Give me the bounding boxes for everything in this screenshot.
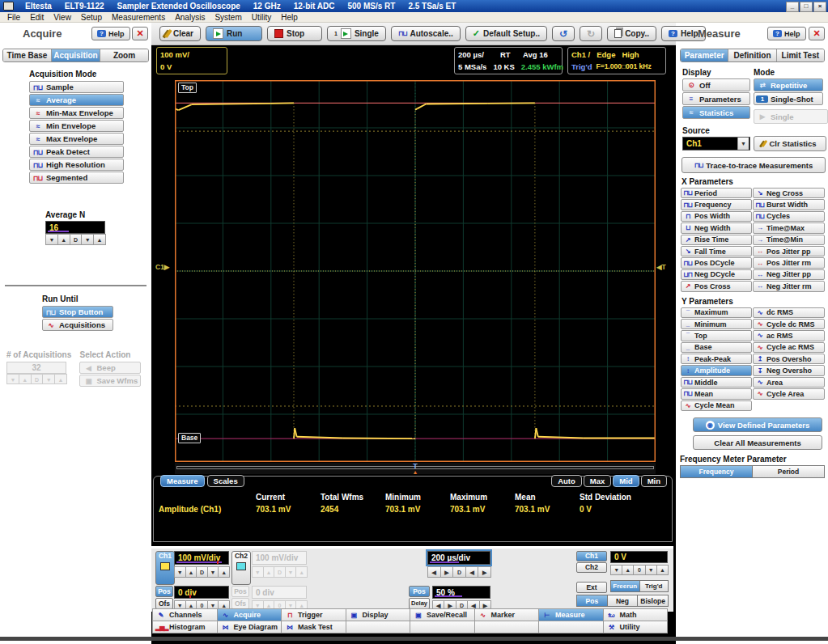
acquisition-mode-item[interactable]: ≈ Max Envelope <box>29 133 124 145</box>
display-option[interactable]: ≈ Statistics <box>682 106 750 119</box>
trigger-level-marker[interactable]: ◀T <box>656 263 666 271</box>
stop-button[interactable]: Stop <box>267 26 322 41</box>
waveform-display[interactable] <box>175 80 656 462</box>
toolbar-cell[interactable]: fω Math <box>603 608 669 621</box>
x-parameter-button[interactable]: ⊓ Pos Width <box>681 211 752 222</box>
view-defined-parameters-button[interactable]: ◉ View Defined Parameters <box>693 417 822 432</box>
acquire-tab[interactable]: Time Base <box>3 49 52 61</box>
spinner-button[interactable]: ▲ <box>218 566 230 578</box>
toolbar-cell[interactable]: ✎ Channels <box>152 608 218 621</box>
trigger-source-button[interactable]: Ch1 <box>576 551 607 561</box>
acquisition-mode-item[interactable]: ⊓⊔ Peak Detect <box>29 146 124 158</box>
toolbar-cell[interactable]: ⋈ Eye Diagram <box>217 621 282 633</box>
x-parameter-button[interactable]: ↔ Pos Jitter pp <box>753 246 825 256</box>
toolbar-cell[interactable]: ▣ Save/Recall <box>410 608 475 621</box>
y-parameter-button[interactable]: ∿ Cycle dc RMS <box>753 319 825 329</box>
close-button[interactable]: × <box>813 2 826 12</box>
x-parameter-button[interactable]: ⊓⊔ Burst Width <box>753 199 825 210</box>
ch2-enable-button[interactable]: Ch2 <box>231 551 251 585</box>
x-parameter-button[interactable]: ↗ Pos Cross <box>681 281 752 291</box>
trigger-ext-button[interactable]: Ext <box>576 582 607 593</box>
ch1-position-marker[interactable]: C1▶ <box>155 263 169 271</box>
redo-button[interactable]: ↻ <box>580 26 602 41</box>
display-option[interactable]: ≡ Parameters <box>682 92 750 105</box>
horizontal-position-strip[interactable]: T ▲ <box>175 463 656 474</box>
delay-display[interactable]: 50 % <box>432 586 490 599</box>
default-setup-button[interactable]: ✓Default Setup.. <box>465 26 547 41</box>
mode-option[interactable]: 1 Single-Shot <box>754 92 823 105</box>
y-parameter-button[interactable]: ∿ ac RMS <box>753 330 825 341</box>
x-parameter-button[interactable]: ⊓⊔ Frequency <box>681 199 752 210</box>
trigger-position-marker[interactable]: T ▲ <box>410 463 421 474</box>
x-parameter-button[interactable]: → Time@Max <box>753 222 825 233</box>
panel-size-button[interactable]: Max <box>584 475 611 487</box>
spinner-button[interactable]: ▲ <box>185 566 197 578</box>
x-parameter-button[interactable]: ↘ Neg Cross <box>753 188 825 198</box>
measure-side-tab[interactable]: Definition <box>728 49 776 61</box>
acquire-help-button[interactable]: ? Help <box>91 27 130 40</box>
spinner-button[interactable]: ▲ <box>93 234 106 245</box>
toolbar-cell[interactable] <box>474 621 540 633</box>
timebase-pos-delay-button[interactable]: PosDelay <box>409 586 430 609</box>
acquisition-mode-item[interactable]: ⊓⊔ High Resolution <box>29 159 124 171</box>
menu-item[interactable]: View <box>49 13 76 22</box>
y-parameter-button[interactable]: ⊓⊔ Mean <box>681 388 752 399</box>
timebase-scale-display[interactable]: 200 µs/div <box>427 551 490 565</box>
y-parameter-button[interactable]: ⊓⊔ Middle <box>681 377 752 388</box>
ch1-pos-ofs-button[interactable]: PosOfs <box>155 586 173 609</box>
spinner-button[interactable]: ▲ <box>622 565 634 575</box>
y-parameter-button[interactable]: ∿ Area <box>753 377 825 388</box>
x-parameter-button[interactable]: ↗ Rise Time <box>681 235 752 245</box>
spinner-button[interactable]: 0 <box>633 565 645 575</box>
spinner-button[interactable]: ▼ <box>45 234 58 245</box>
clear-button[interactable]: Clear <box>159 26 201 41</box>
acquisition-mode-item[interactable]: ≈ Average <box>29 94 124 106</box>
x-parameter-button[interactable]: ⊓⊔ Period <box>681 188 752 198</box>
trigger-source-button[interactable]: Ch2 <box>576 562 607 573</box>
acquire-tab[interactable]: Acquisition <box>52 49 100 61</box>
mode-option[interactable]: ⇄ Repetitive <box>754 78 823 91</box>
frequency-meter-button[interactable]: Frequency <box>680 465 753 478</box>
trigger-slope-button[interactable]: Pos <box>576 595 608 607</box>
measure-side-tab[interactable]: Limit Test <box>777 49 824 61</box>
display-option[interactable]: ⊙ Off <box>682 78 750 91</box>
spinner-button[interactable]: ▶ <box>440 566 454 578</box>
acquire-tab[interactable]: Zoom <box>100 49 148 61</box>
x-parameter-button[interactable]: ⊔ Neg Width <box>681 222 752 233</box>
toolbar-cell[interactable]: ⚒ Utility <box>603 621 669 633</box>
x-parameter-button[interactable]: ⊓⊔ Pos DCycle <box>681 257 752 268</box>
y-parameter-button[interactable]: _ Base <box>681 342 752 353</box>
y-parameter-button[interactable]: ∿ Cycle Area <box>753 388 825 399</box>
toolbar-cell[interactable]: ⋈ Mask Test <box>281 621 346 633</box>
toolbar-cell[interactable] <box>538 621 604 633</box>
y-parameter-button[interactable]: ¯ Top <box>681 330 752 341</box>
spinner-button[interactable]: ▼ <box>174 566 186 578</box>
x-parameter-button[interactable]: ⊓⊔ Cycles <box>753 211 825 222</box>
spinner-button[interactable]: ▲ <box>57 234 70 245</box>
spinner-button[interactable]: D <box>196 566 208 578</box>
acquisition-mode-item[interactable]: ⊓⊔ Segmented <box>29 172 124 184</box>
x-parameter-button[interactable]: ↔ Neg Jitter rm <box>753 281 825 291</box>
acquisition-mode-item[interactable]: ≈ Min-Max Envelope <box>29 107 124 119</box>
ch1-offset-display[interactable]: 0 div <box>174 586 229 599</box>
clr-statistics-button[interactable]: Clr Statistics <box>754 136 826 151</box>
panel-size-button[interactable]: Min <box>641 475 667 487</box>
y-parameter-button[interactable]: ∿ Cycle ac RMS <box>753 342 825 353</box>
copy-button[interactable]: Copy.. <box>607 26 656 41</box>
spinner-button[interactable]: ▲ <box>656 565 669 575</box>
spinner-button[interactable]: D <box>70 234 83 245</box>
toolbar-cell[interactable]: ⊢ Measure <box>538 608 604 621</box>
frequency-meter-button[interactable]: Period <box>752 465 825 478</box>
spinner-button[interactable]: ◀ <box>427 566 441 578</box>
trigger-slope-button[interactable]: Neg <box>607 595 639 607</box>
maximize-button[interactable]: □ <box>800 2 813 12</box>
measure-close-icon[interactable]: ✕ <box>809 27 825 40</box>
menu-item[interactable]: File <box>2 13 25 22</box>
panel-size-button[interactable]: Mid <box>613 475 639 487</box>
spinner-button[interactable]: D <box>452 566 466 578</box>
toolbar-cell[interactable] <box>346 621 411 633</box>
menu-item[interactable]: Help <box>276 13 303 22</box>
y-parameter-button[interactable]: ↧ Neg Oversho <box>753 365 825 375</box>
trigger-mode-button[interactable]: Freerun <box>610 580 640 592</box>
autoscale-button[interactable]: ⊓⊔Autoscale.. <box>391 26 461 41</box>
